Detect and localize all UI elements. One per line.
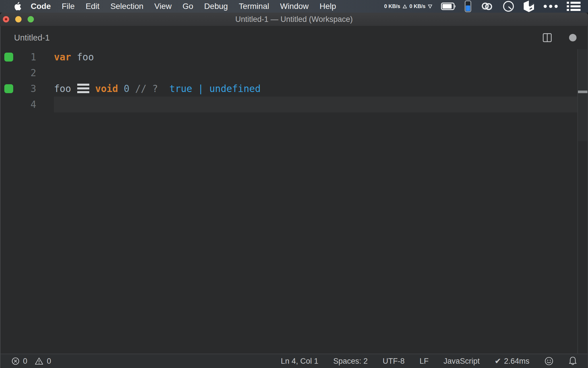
macos-menu-bar: Code File Edit Selection View Go Debug T… [0,0,588,13]
menu-item-selection[interactable]: Selection [105,0,149,13]
download-arrow-icon [428,4,432,9]
gutter-line-2 [1,65,17,81]
code-text: foovoid 0 // ? true | undefined [36,81,261,97]
eol-status[interactable]: LF [419,357,429,366]
status-bar-right: Ln 4, Col 1 Spaces: 2 UTF-8 LF JavaScrip… [281,356,577,366]
line-number: 3 [17,81,36,97]
menu-item-terminal[interactable]: Terminal [233,0,275,13]
screen: Code File Edit Selection View Go Debug T… [0,0,588,368]
cube-app-icon[interactable] [523,0,535,12]
code-text: var foo [36,49,94,65]
list-menu-icon[interactable] [567,1,581,11]
menu-item-help[interactable]: Help [314,0,342,13]
error-icon [11,357,20,365]
feedback-smiley-icon[interactable] [544,356,554,366]
close-button[interactable] [3,16,9,22]
device-battery-icon[interactable] [465,0,471,12]
menu-item-go[interactable]: Go [177,0,199,13]
menu-item-file[interactable]: File [56,0,80,13]
code-line-2[interactable]: 2 [1,65,587,81]
overview-ruler-border [577,49,578,354]
quokka-time-value: 2.64ms [504,357,529,366]
error-count: 0 [23,357,27,366]
zoom-button[interactable] [28,16,34,22]
quokka-coverage-icon [4,84,13,93]
gutter-line-3 [1,81,17,97]
menu-item-window[interactable]: Window [274,0,314,13]
apple-menu-icon[interactable] [14,2,21,11]
language-mode-status[interactable]: JavaScript [444,357,480,366]
warning-icon [35,357,43,365]
notifications-bell-icon[interactable] [568,356,577,366]
indentation-status[interactable]: Spaces: 2 [333,357,368,366]
menu-bar-status-items: 0 KB/s 0 KB/s [384,0,588,12]
warning-count: 0 [47,357,51,366]
overview-ruler[interactable] [578,49,587,141]
menu-item-edit[interactable]: Edit [80,0,105,13]
code-line-4-current[interactable]: 4 [1,97,587,112]
quokka-coverage-icon [4,53,13,62]
net-download-speed: 0 KB/s [409,4,425,9]
menu-item-code[interactable]: Code [25,0,56,13]
gutter-line-4 [1,97,17,112]
unsaved-changes-dot-icon[interactable] [569,34,577,41]
code-line-3[interactable]: 3 foovoid 0 // ? true | undefined [1,81,587,97]
menu-left: Code File Edit Selection View Go Debug T… [0,0,342,13]
timer-icon[interactable] [502,0,514,12]
quokka-time-status[interactable]: ✔2.64ms [495,356,529,366]
line-number: 4 [17,97,36,112]
tab-untitled-1[interactable]: Untitled-1 [14,33,50,43]
hidden-items-ellipsis-icon[interactable] [543,5,558,8]
network-speed-indicator[interactable]: 0 KB/s 0 KB/s [384,4,432,9]
current-line-highlight [54,97,587,112]
net-upload-speed: 0 KB/s [384,4,400,9]
menu-item-view[interactable]: View [149,0,177,13]
window-title-bar[interactable]: Untitled-1 — Untitled (Workspace) [0,13,588,26]
split-editor-icon[interactable] [543,33,552,42]
status-bar: 0 0 Ln 4, Col 1 Spaces: 2 UTF-8 LF JavaS… [1,354,587,368]
menu-item-debug[interactable]: Debug [199,0,233,13]
window-title: Untitled-1 — Untitled (Workspace) [0,13,588,26]
code-line-1[interactable]: 1 var foo [1,49,587,65]
line-number: 2 [17,65,36,81]
check-icon: ✔ [495,356,501,366]
traffic-lights [3,13,34,26]
problems-status[interactable]: 0 0 [11,357,55,366]
code-editor[interactable]: 1 var foo 2 3 foovoid 0 // ? true | unde… [1,49,587,354]
overview-ruler-marker [578,91,587,93]
upload-arrow-icon [403,4,407,9]
minimize-button[interactable] [15,16,22,22]
triple-equals-ligature [77,84,89,93]
editor-actions [543,33,577,42]
encoding-status[interactable]: UTF-8 [383,357,405,366]
quokka-inline-result: true | undefined [158,83,261,94]
cursor-position-status[interactable]: Ln 4, Col 1 [281,357,318,366]
link-rings-icon[interactable] [480,1,494,12]
battery-icon[interactable] [441,3,456,10]
editor-title-bar: Untitled-1 [1,26,587,49]
gutter-line-1 [1,49,17,65]
vscode-window: Untitled-1 1 var foo 2 [0,26,588,368]
line-number: 1 [17,49,36,65]
